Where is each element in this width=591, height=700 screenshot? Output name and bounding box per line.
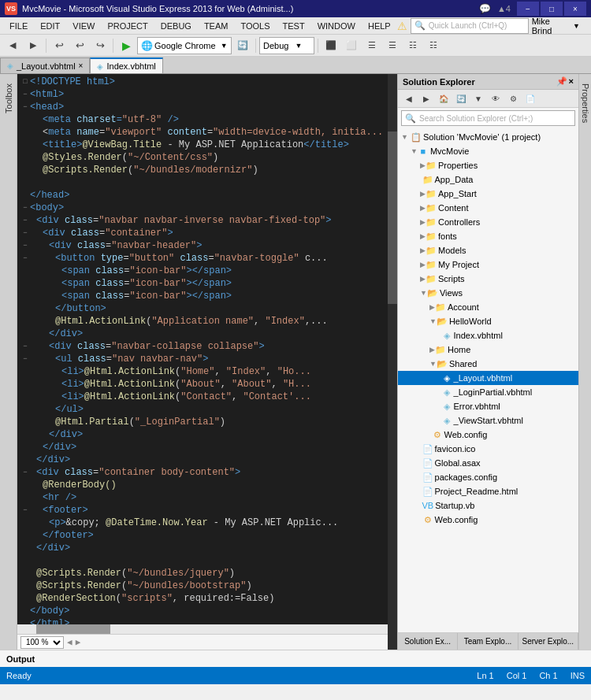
se-collapse-btn[interactable]: ▼ [470, 91, 486, 106]
scroll-right-btn[interactable]: ▶ [76, 637, 81, 647]
collapse-btn[interactable]: − [20, 469, 30, 476]
debug-select[interactable]: Debug ▼ [259, 37, 314, 54]
code-line[interactable]: </head> [17, 189, 397, 202]
hscrollbar-track[interactable] [17, 624, 388, 634]
tree-item-fonts[interactable]: ▶ 📁 fonts [398, 229, 578, 243]
menu-test[interactable]: TEST [277, 20, 311, 32]
tab-index[interactable]: ◈ Index.vbhtml [90, 57, 162, 73]
code-line[interactable]: <meta name="viewport" content="width=dev… [17, 126, 397, 139]
se-preview-btn[interactable]: 📄 [522, 91, 538, 106]
tree-item-packages[interactable]: 📄 packages.config [398, 470, 578, 484]
toolbar-btn-b[interactable]: ⬜ [342, 37, 361, 54]
code-line[interactable]: − <div class="container"> [17, 227, 397, 239]
tree-item-appdata[interactable]: 📁 App_Data [398, 172, 578, 187]
tree-item-webconfig[interactable]: ⚙ Web.config [398, 513, 578, 527]
code-line[interactable]: </div> [17, 542, 397, 554]
tree-item-startup[interactable]: VB Startup.vb [398, 498, 578, 513]
toolbar-btn-e[interactable]: ☷ [403, 37, 422, 54]
code-line[interactable]: − <html> [17, 88, 397, 101]
tree-item-account[interactable]: ▶ 📁 Account [398, 300, 578, 314]
se-close-icon[interactable]: × [569, 76, 574, 87]
undo-button[interactable]: ↩ [50, 37, 69, 54]
code-line[interactable]: □ <!DOCTYPE html> [17, 76, 397, 88]
tree-item-content[interactable]: ▶ 📁 Content [398, 201, 578, 215]
tree-item-scripts[interactable]: ▶ 📁 Scripts [398, 272, 578, 286]
se-search[interactable]: 🔍 Search Solution Explorer (Ctrl+;) [401, 110, 575, 126]
code-line[interactable]: </button> [17, 302, 397, 315]
code-line[interactable]: − <div class="navbar-collapse collapse"> [17, 340, 397, 353]
tree-item-readme[interactable]: 📄 Project_Readme.html [398, 484, 578, 498]
back-button[interactable]: ◀ [3, 37, 22, 54]
vscrollbar-thumb[interactable] [388, 131, 397, 304]
code-editor[interactable]: □ <!DOCTYPE html> − <html> − <head> <met… [17, 74, 397, 650]
code-line[interactable]: </footer> [17, 529, 397, 542]
tree-project[interactable]: ▼ ■ MvcMovie [398, 144, 578, 158]
se-tree[interactable]: ▼ 📋 Solution 'MvcMovie' (1 project) ▼ ■ … [398, 128, 578, 632]
code-line[interactable]: − <div class="container body-content"> [17, 466, 397, 479]
code-line[interactable]: <title>@ViewBag.Title - My ASP.NET Appli… [17, 139, 397, 151]
collapse-btn[interactable]: − [20, 217, 30, 224]
collapse-btn[interactable]: □ [20, 78, 30, 86]
code-content[interactable]: □ <!DOCTYPE html> − <html> − <head> <met… [17, 74, 397, 624]
code-line[interactable]: </ul> [17, 403, 397, 416]
toolbar-btn-d[interactable]: ☰ [383, 37, 402, 54]
toolbar-btn-f[interactable]: ☷ [424, 37, 443, 54]
code-line[interactable]: − <footer> [17, 504, 397, 517]
tree-item-helloworld-index[interactable]: ◈ Index.vbhtml [398, 328, 578, 343]
code-line[interactable]: @RenderSection("scripts", required:=Fals… [17, 592, 397, 605]
editor-vscrollbar[interactable] [388, 74, 397, 650]
code-line[interactable]: @Styles.Render("~/Content/css") [17, 151, 397, 164]
code-line[interactable]: </div> [17, 441, 397, 454]
editor-hscrollbar[interactable] [17, 624, 397, 634]
code-line[interactable]: − <body> [17, 202, 397, 214]
menu-debug[interactable]: DEBUG [154, 20, 198, 32]
se-tab-team[interactable]: Team Explo... [458, 633, 518, 650]
debug-dropdown-icon[interactable]: ▼ [295, 42, 302, 50]
code-line[interactable]: <meta charset="utf-8" /> [17, 113, 397, 126]
tree-item-globalasax[interactable]: 📄 Global.asax [398, 456, 578, 470]
tree-item-viewstart[interactable]: ◈ _ViewStart.vbhtml [398, 413, 578, 428]
refresh-button[interactable]: 🔄 [233, 37, 252, 54]
menu-team[interactable]: TEAM [198, 20, 235, 32]
code-line[interactable]: <hr /> [17, 491, 397, 504]
code-line[interactable] [17, 554, 397, 567]
tree-item-home[interactable]: ▶ 📁 Home [398, 343, 578, 357]
tree-item-views-webconfig[interactable]: ⚙ Web.config [398, 428, 578, 442]
tree-item-appstart[interactable]: ▶ 📁 App_Start [398, 187, 578, 201]
code-line[interactable]: <li>@Html.ActionLink("Home", "Index", "H… [17, 365, 397, 378]
collapse-btn[interactable]: − [20, 103, 30, 111]
code-line[interactable]: </html> [17, 617, 397, 624]
forward-button[interactable]: ▶ [24, 37, 43, 54]
collapse-btn[interactable]: − [20, 91, 30, 98]
menu-tools[interactable]: TOOLS [234, 20, 276, 32]
browser-select[interactable]: 🌐 Google Chrome ▼ [137, 37, 232, 54]
toolbar-btn-a[interactable]: ⬛ [322, 37, 340, 54]
code-line[interactable]: <span class="icon-bar"></span> [17, 290, 397, 302]
tree-item-models[interactable]: ▶ 📁 Models [398, 243, 578, 257]
menu-edit[interactable]: EDIT [34, 20, 66, 32]
hscrollbar-thumb[interactable] [36, 624, 110, 634]
code-line[interactable]: @Html.Partial("_LoginPartial") [17, 416, 397, 428]
se-back-btn[interactable]: ◀ [401, 91, 417, 106]
se-tab-server[interactable]: Server Explo... [519, 633, 578, 650]
code-line[interactable]: − <div class="navbar navbar-inverse navb… [17, 214, 397, 227]
tree-item-controllers[interactable]: ▶ 📁 Controllers [398, 215, 578, 229]
menu-view[interactable]: VIEW [66, 20, 101, 32]
se-forward-btn[interactable]: ▶ [418, 91, 434, 106]
code-line[interactable] [17, 176, 397, 189]
code-line[interactable]: @Scripts.Render("~/bundles/bootstrap") [17, 580, 397, 592]
code-line[interactable]: − <ul class="nav navbar-nav"> [17, 353, 397, 365]
code-line[interactable]: @Html.ActionLink("Application name", "In… [17, 315, 397, 328]
zoom-select[interactable]: 100 % 75 % 150 % [20, 636, 64, 649]
code-line[interactable]: <li>@Html.ActionLink("About", "About", "… [17, 378, 397, 391]
collapse-btn[interactable]: − [20, 254, 30, 262]
code-line[interactable]: @Scripts.Render("~/bundles/modernizr") [17, 164, 397, 176]
code-line[interactable]: − <div class="navbar-header"> [17, 239, 397, 252]
collapse-btn[interactable]: − [20, 506, 30, 514]
notification-icon[interactable]: 💬 [479, 3, 491, 14]
se-properties-btn[interactable]: ⚙ [505, 91, 521, 106]
tab-layout[interactable]: ◈ _Layout.vbhtml × [0, 57, 90, 73]
tree-item-shared[interactable]: ▼ 📂 Shared [398, 357, 578, 371]
menu-project[interactable]: PROJECT [101, 20, 154, 32]
scroll-left-btn[interactable]: ◀ [67, 637, 72, 647]
